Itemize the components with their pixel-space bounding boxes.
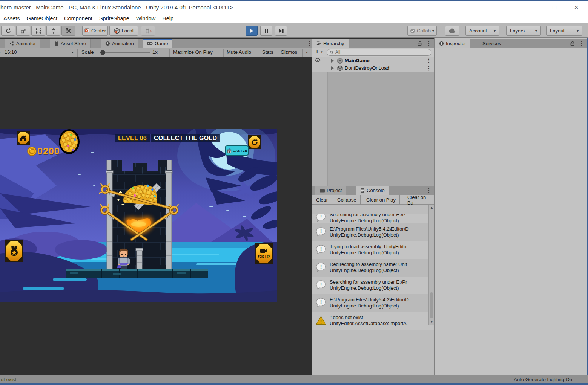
layers-dropdown[interactable]: Layers▾ <box>506 26 541 36</box>
tab-animator[interactable]: Animator <box>5 39 40 48</box>
clear-button[interactable]: Clear <box>312 195 332 205</box>
rect-tool-button[interactable] <box>31 26 45 36</box>
gizmos-dropdown[interactable]: Gizmos <box>281 49 297 55</box>
video-icon <box>260 248 268 254</box>
inspector-menu-icon[interactable]: ⋮ <box>579 40 584 46</box>
level-badge: LEVEL 06 <box>115 134 150 142</box>
layout-dropdown[interactable]: Layout▾ <box>546 26 582 36</box>
console-scrollbar[interactable]: ▲ ▼ <box>428 205 434 325</box>
lighting-status[interactable]: Auto Generate Lighting On <box>514 377 572 382</box>
gizmos-caret-icon[interactable]: ▾ <box>306 50 308 54</box>
scroll-up-icon[interactable]: ▲ <box>430 206 433 209</box>
game-viewport[interactable]: 0200 LEVEL 06 COLLECT THE GOLD <box>0 129 277 302</box>
step-button[interactable] <box>275 26 287 36</box>
hierarchy-row[interactable]: MainGame ⋮ <box>312 57 434 64</box>
svg-text:!: ! <box>320 299 322 305</box>
console-menu-icon[interactable]: ⋮ <box>426 187 431 193</box>
gold-pile-icon <box>60 130 78 153</box>
clear-on-play-button[interactable]: Clear on Play <box>362 195 400 205</box>
console-stacktrace: UnityEngine.Debug:Log(Object) <box>330 250 434 256</box>
console-entry[interactable]: ! ! Trying to load assembly: UnityEdito … <box>312 241 434 259</box>
create-object-button[interactable]: + <box>315 49 319 55</box>
stats-button[interactable]: Stats <box>262 49 273 55</box>
hierarchy-tabbar: Hierarchy ⋮ <box>312 39 434 48</box>
hierarchy-row[interactable]: DontDestroyOnLoad ⋮ <box>312 64 434 72</box>
expand-arrow-icon[interactable] <box>331 66 334 70</box>
clear-on-build-button[interactable]: Clear on Bu <box>404 195 434 205</box>
pivot-icon <box>84 28 90 34</box>
log-icon: ! <box>315 297 327 309</box>
scale-slider-knob[interactable] <box>100 50 105 55</box>
console-entry[interactable]: ! ! Searching for assembly under E:\Pr U… <box>312 277 434 294</box>
transform-tool-button[interactable] <box>46 26 60 36</box>
pause-button[interactable] <box>260 26 272 36</box>
menu-item[interactable]: Window <box>133 15 159 21</box>
hierarchy-search-input[interactable]: All <box>327 49 431 56</box>
console-panel: Clear Collapse Clear on Play Clear on Bu… <box>312 195 434 375</box>
menu-item[interactable]: GameObject <box>23 15 61 21</box>
skip-label: SKIP <box>258 254 270 259</box>
restart-button[interactable] <box>248 135 261 149</box>
scale-slider-track[interactable] <box>102 52 150 53</box>
status-message[interactable]: ot exist <box>1 377 16 382</box>
menu-item[interactable]: Assets <box>0 15 23 21</box>
maximize-button[interactable]: □ <box>551 4 558 11</box>
gameobject-cube-icon <box>337 58 343 64</box>
close-button[interactable]: ✕ <box>573 4 580 11</box>
tab-console[interactable]: Console <box>356 186 389 195</box>
tab-asset-store[interactable]: Asset Store <box>50 39 91 48</box>
tab-project[interactable]: Project <box>315 186 346 195</box>
create-caret-icon[interactable]: ▾ <box>321 50 323 54</box>
account-dropdown[interactable]: Account▾ <box>465 26 499 36</box>
scale-tool-button[interactable] <box>16 26 30 36</box>
console-entry[interactable]: ! ! '' does not exist UnityEditor.AssetD… <box>312 312 434 330</box>
hierarchy-body: MainGame ⋮ DontDestroyOnLoad ⋮ <box>312 57 434 186</box>
tab-hierarchy[interactable]: Hierarchy <box>312 39 349 48</box>
scroll-down-icon[interactable]: ▼ <box>430 320 433 324</box>
tab-animation[interactable]: Animation <box>101 39 138 48</box>
collapse-button[interactable]: Collapse <box>333 195 361 205</box>
menu-item[interactable]: Component <box>61 15 96 21</box>
ground-platform <box>66 269 208 278</box>
menu-item[interactable]: Help <box>159 15 177 21</box>
pivot-toggle-button[interactable]: Center <box>82 26 108 36</box>
medal-button[interactable] <box>5 240 23 262</box>
mute-audio-button[interactable]: Mute Audio <box>227 49 251 55</box>
home-button[interactable] <box>17 131 30 145</box>
console-scrollbar-thumb[interactable] <box>430 292 433 318</box>
tab-game[interactable]: Game <box>143 39 172 48</box>
asset-store-icon <box>54 41 59 46</box>
divider <box>278 49 278 57</box>
custom-tool-button[interactable] <box>61 26 75 36</box>
space-toggle-button[interactable]: Local <box>109 26 138 36</box>
expand-arrow-icon[interactable] <box>331 59 334 63</box>
rotate-tool-button[interactable] <box>1 26 15 36</box>
hierarchy-item-menu-icon[interactable]: ⋮ <box>426 58 431 64</box>
play-button[interactable] <box>246 26 258 36</box>
grid-snapping-button[interactable] <box>141 26 155 36</box>
svg-text:!: ! <box>320 228 322 234</box>
hierarchy-item-menu-icon[interactable]: ⋮ <box>426 65 431 71</box>
lock-icon[interactable] <box>570 41 575 46</box>
aspect-dropdown[interactable]: ▾ <box>72 50 74 54</box>
tab-hierarchy-label: Hierarchy <box>323 41 344 46</box>
console-entry[interactable]: ! ! E:\Program Files\Unity5.4.2\Editor\D… <box>312 294 434 312</box>
cloud-button[interactable] <box>445 26 459 36</box>
coin-icon <box>27 147 37 156</box>
hierarchy-menu-icon[interactable]: ⋮ <box>426 40 431 46</box>
console-entry[interactable]: ! ! Redirecting to assembly name: Unit U… <box>312 259 434 277</box>
menu-item[interactable]: SpriteShape <box>96 15 133 21</box>
minimize-button[interactable]: – <box>529 4 536 11</box>
objective-badge: COLLECT THE GOLD <box>151 134 220 142</box>
console-entry[interactable]: ! ! E:\Program Files\Unity5.4.2\Editor\D… <box>312 223 434 241</box>
tab-services[interactable]: Services <box>478 39 505 48</box>
game-panel-menu-icon[interactable]: ⋮ <box>307 40 312 46</box>
display-dropdown-clipped[interactable]: ▾ <box>0 50 1 54</box>
collab-button[interactable]: Collab ▾ <box>407 26 437 36</box>
tab-inspector[interactable]: Inspector <box>435 39 470 48</box>
maximize-on-play-button[interactable]: Maximize On Play <box>173 49 213 55</box>
console-entry[interactable]: ! ! Searching for assembly under E:\P Un… <box>312 214 434 223</box>
eye-icon[interactable] <box>315 58 321 62</box>
lock-icon[interactable] <box>417 41 422 46</box>
skip-button[interactable]: SKIP <box>255 243 273 264</box>
